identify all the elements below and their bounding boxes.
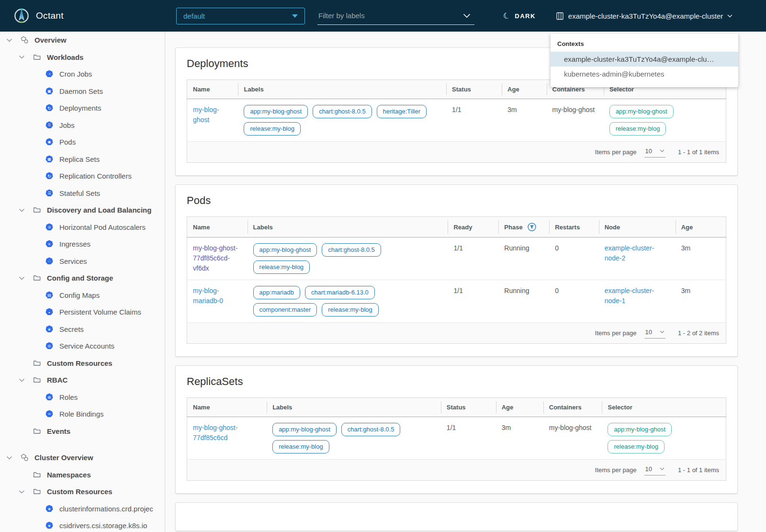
sidebar-item-secrets[interactable]: ∗ Secrets (0, 321, 165, 338)
sidebar-item-services[interactable]: ∴ Services (0, 253, 165, 270)
replicasets-table: Name Labels Status Age Containers Select… (187, 397, 726, 481)
column-header: Selector (602, 398, 726, 417)
folder-icon (33, 206, 41, 214)
theme-toggle-button[interactable]: ☾ DARK (503, 12, 536, 20)
label-tag[interactable]: chart:mariadb-6.13.0 (305, 286, 375, 299)
sidebar-item-discovery-and-load-balancing[interactable]: Discovery and Load Balancing (0, 202, 165, 219)
sidebar-item-label: Secrets (59, 325, 84, 333)
sidebar-item-custom-resources[interactable]: Custom Resources (0, 355, 165, 372)
sidebar-item-pods[interactable]: ◉ Pods (0, 134, 165, 151)
column-header: Labels (267, 398, 441, 417)
column-header: Status (441, 398, 496, 417)
selector-tag[interactable]: app:my-blog-ghost (609, 105, 674, 118)
chevron-down-icon[interactable] (19, 489, 25, 494)
column-header: Ready (448, 217, 498, 238)
sidebar-item-config-maps[interactable]: ▤ Config Maps (0, 287, 165, 304)
containers-cell: my-blog-ghost (543, 417, 602, 460)
chevron-down-icon[interactable] (19, 276, 25, 281)
column-header: Age (502, 80, 546, 99)
sidebar-item-stateful-sets[interactable]: ☰ Stateful Sets (0, 185, 165, 202)
context-menu-item[interactable]: kubernetes-admin@kubernetes (551, 67, 738, 81)
sidebar-item-namespaces[interactable]: Namespaces (0, 466, 165, 484)
page-size-value: 10 (645, 328, 652, 336)
chevron-down-icon[interactable] (6, 38, 12, 43)
service-account-icon: ◎ (45, 342, 54, 350)
age-cell: 3m (676, 238, 726, 280)
label-tag[interactable]: chart:ghost-8.0.5 (322, 243, 381, 257)
label-tag[interactable]: heritage:Tiller (377, 105, 427, 118)
label-tag[interactable]: release:my-blog (322, 303, 379, 317)
sidebar-item-label: Cron Jobs (59, 70, 92, 78)
sidebar-item-roles[interactable]: ◍ Roles (0, 389, 165, 406)
page-size-value: 10 (645, 147, 652, 155)
sidebar-item-label: Replication Controllers (59, 172, 132, 180)
replicasets-title: ReplicaSets (187, 375, 726, 388)
label-tag[interactable]: chart:ghost-8.0.5 (341, 423, 401, 436)
sidebar-item-persistent-volume-claims[interactable]: ◒ Persistent Volume Claims (0, 304, 165, 321)
sidebar-item-label: RBAC (47, 376, 68, 384)
chevron-down-icon[interactable] (19, 208, 25, 213)
page-size-select[interactable]: 10 (644, 464, 665, 475)
sidebar-item-role-bindings[interactable]: ∞ Role Bindings (0, 406, 165, 423)
sidebar-item-label: Services (59, 257, 87, 265)
label-tag[interactable]: release:my-blog (244, 122, 301, 136)
svg-text:◎: ◎ (48, 344, 51, 348)
ready-cell: 1/1 (448, 280, 498, 323)
sidebar-item-clusterinformations[interactable]: ∗ clusterinformations.crd.projec (0, 500, 165, 518)
sidebar-item-csidrivers[interactable]: ∗ csidrivers.csi.storage.k8s.io (0, 517, 165, 532)
pagination: Items per page 10 1 - 1 of 1 items (194, 147, 719, 158)
label-tag[interactable]: app:my-blog-ghost (272, 423, 337, 436)
label-tag[interactable]: release:my-blog (253, 260, 310, 274)
moon-icon: ☾ (502, 11, 512, 21)
selector-tag[interactable]: app:my-blog-ghost (608, 423, 672, 436)
replicaset-name-link[interactable]: my-blog-ghost-77df85c6cd (193, 424, 237, 441)
sidebar-item-workloads[interactable]: Workloads (0, 49, 165, 66)
label-tag[interactable]: app:mariadb (253, 286, 300, 299)
sidebar-item-events[interactable]: Events (0, 423, 165, 440)
column-header: Phase (498, 217, 549, 238)
sidebar-item-replica-sets[interactable]: ▦ Replica Sets (0, 151, 165, 168)
label-tag[interactable]: release:my-blog (272, 440, 329, 453)
sidebar-item-label: Cluster Overview (34, 453, 93, 462)
selector-tag[interactable]: release:my-blog (608, 440, 665, 453)
page-size-select[interactable]: 10 (644, 147, 665, 158)
label-tag[interactable]: chart:ghost-8.0.5 (313, 105, 372, 118)
sidebar-item-deployments[interactable]: ↻ Deployments (0, 100, 165, 117)
sidebar-item-config-and-storage[interactable]: Config and Storage (0, 270, 165, 287)
deployment-icon: ↻ (45, 104, 54, 112)
sidebar-item-cluster-custom-resources[interactable]: Custom Resources (0, 483, 165, 500)
sidebar-item-overview[interactable]: Overview (0, 32, 165, 49)
sidebar-item-replication-controllers[interactable]: ↻ Replication Controllers (0, 168, 165, 185)
restarts-cell: 0 (549, 238, 599, 280)
label-filter-input[interactable]: Filter by labels (317, 7, 474, 25)
pod-name-link[interactable]: my-blog-ghost-77df85c6cd-vf6dx (193, 244, 237, 272)
sidebar-item-cluster-overview[interactable]: Cluster Overview (0, 449, 165, 466)
sidebar-item-label: Overview (34, 36, 67, 44)
page-size-select[interactable]: 10 (644, 328, 665, 339)
node-link[interactable]: example-cluster-node-1 (605, 287, 654, 305)
sidebar-item-cron-jobs[interactable]: ◔ Cron Jobs (0, 66, 165, 83)
deployment-name-link[interactable]: my-blog-ghost (193, 106, 219, 124)
replicaset-icon: ▦ (45, 155, 54, 163)
chevron-down-icon[interactable] (19, 378, 25, 383)
sidebar-item-horizontal-pod-autoscalers[interactable]: ⊙ Horizontal Pod Autoscalers (0, 219, 165, 236)
label-tag[interactable]: component:master (253, 303, 317, 317)
sidebar-item-ingresses[interactable]: × Ingresses (0, 236, 165, 253)
context-selector[interactable]: example-cluster-ka3TuTzYo4a@example-clus… (556, 12, 732, 20)
filter-icon[interactable] (528, 223, 536, 231)
selector-tag[interactable]: release:my-blog (609, 122, 666, 136)
chevron-down-icon[interactable] (19, 55, 25, 59)
namespace-select[interactable]: default (176, 8, 305, 24)
sidebar-item-daemon-sets[interactable]: ▣ Daemon Sets (0, 83, 165, 100)
label-tag[interactable]: app:my-blog-ghost (244, 105, 308, 118)
label-tag[interactable]: app:my-blog-ghost (253, 243, 317, 257)
chevron-down-icon[interactable] (6, 455, 12, 460)
pod-icon: ◉ (45, 138, 54, 146)
sidebar-item-service-accounts[interactable]: ◎ Service Accounts (0, 338, 165, 355)
node-link[interactable]: example-cluster-node-2 (605, 244, 654, 262)
sidebar-item-jobs[interactable]: ⠿ Jobs (0, 117, 165, 134)
sidebar-item-rbac[interactable]: RBAC (0, 372, 165, 389)
pod-name-link[interactable]: my-blog-mariadb-0 (193, 287, 223, 305)
context-menu-item[interactable]: example-cluster-ka3TuTzYo4a@example-clu… (551, 52, 738, 67)
sidebar-item-label: Replica Sets (59, 155, 100, 163)
